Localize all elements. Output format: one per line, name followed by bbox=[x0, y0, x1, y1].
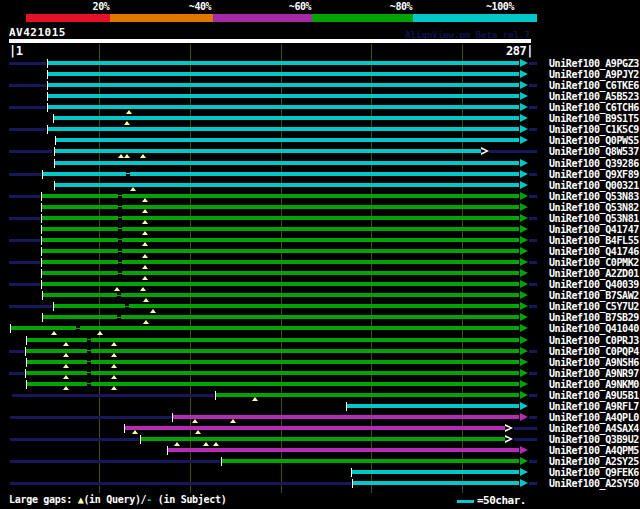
subject-overhang-left bbox=[9, 239, 40, 242]
row-label[interactable]: UniRef100_A4SAX4 bbox=[549, 423, 639, 434]
alignment-bar[interactable] bbox=[11, 326, 519, 330]
alignment-bar[interactable] bbox=[42, 260, 519, 264]
alignment-bar[interactable] bbox=[48, 105, 519, 109]
alignment-bar[interactable] bbox=[173, 415, 519, 419]
alignment-arrowhead bbox=[520, 236, 528, 244]
row-label[interactable]: UniRef100_A5B523 bbox=[549, 91, 639, 102]
gap-legend-prefix: Large gaps: bbox=[9, 494, 78, 505]
row-label[interactable]: UniRef100_A2SY50 bbox=[549, 478, 639, 489]
alignment-bar[interactable] bbox=[27, 360, 519, 364]
alignment-bar[interactable] bbox=[48, 94, 519, 98]
alignment-bar[interactable] bbox=[43, 315, 519, 319]
row-label[interactable]: UniRef100_Q53N82 bbox=[549, 202, 639, 213]
row-label[interactable]: UniRef100_Q41747 bbox=[549, 224, 639, 235]
alignment-arrowhead bbox=[520, 302, 528, 310]
row-label[interactable]: UniRef100_A9U5B1 bbox=[549, 390, 639, 401]
alignment-arrowhead bbox=[520, 457, 528, 465]
row-label[interactable]: UniRef100_A9NSH6 bbox=[549, 357, 639, 368]
alignment-bar[interactable] bbox=[141, 437, 505, 441]
alignment-bar[interactable] bbox=[43, 293, 519, 297]
alignment-bar[interactable] bbox=[27, 338, 519, 342]
alignment-bar[interactable] bbox=[168, 448, 519, 452]
row-label[interactable]: UniRef100_Q0PWS5 bbox=[549, 135, 639, 146]
alignment-bar[interactable] bbox=[27, 382, 519, 386]
row-label[interactable]: UniRef100_A9RFL7 bbox=[549, 401, 639, 412]
subject-overhang-left bbox=[10, 416, 171, 419]
gap-legend: Large gaps: ▲(in Query)/- (in Subject) bbox=[9, 494, 226, 505]
row-label[interactable]: UniRef100_A2SY25 bbox=[549, 456, 639, 467]
alignment-bar[interactable] bbox=[54, 116, 519, 120]
alignment-bar[interactable] bbox=[48, 127, 519, 131]
row-label[interactable]: UniRef100_C0PQP4 bbox=[549, 346, 639, 357]
alignment-bar[interactable] bbox=[42, 216, 519, 220]
alignment-bar[interactable] bbox=[42, 282, 519, 286]
row-label[interactable]: UniRef100_A9NR97 bbox=[549, 368, 639, 379]
alignment-bar[interactable] bbox=[56, 138, 519, 142]
row-label[interactable]: UniRef100_Q40039 bbox=[549, 279, 639, 290]
alignment-bar[interactable] bbox=[55, 161, 519, 165]
subject-overhang-left bbox=[9, 106, 46, 109]
subject-overhang-right bbox=[529, 62, 537, 65]
gap-legend-mid: (in Query)/ bbox=[83, 494, 146, 505]
row-label[interactable]: UniRef100_B4FL55 bbox=[549, 235, 639, 246]
alignment-bar[interactable] bbox=[42, 271, 519, 275]
alignment-bar[interactable] bbox=[42, 227, 519, 231]
alignment-row: UniRef100_C0PQP4 bbox=[0, 346, 640, 357]
alignment-bar[interactable] bbox=[48, 72, 519, 76]
alignment-bar[interactable] bbox=[222, 459, 519, 463]
row-label[interactable]: UniRef100_C6TCH6 bbox=[549, 102, 639, 113]
row-label[interactable]: UniRef100_A9PJY2 bbox=[549, 69, 639, 80]
row-label[interactable]: UniRef100_Q53N81 bbox=[549, 213, 639, 224]
row-label[interactable]: UniRef100_C0PMK2 bbox=[549, 257, 639, 268]
alignment-arrowhead bbox=[520, 103, 528, 111]
alignment-bar[interactable] bbox=[352, 470, 519, 474]
alignment-arrowhead bbox=[520, 358, 528, 366]
alignment-bar[interactable] bbox=[55, 149, 481, 153]
row-label[interactable]: UniRef100_Q9XF89 bbox=[549, 169, 639, 180]
row-label[interactable]: UniRef100_C0PRJ3 bbox=[549, 335, 639, 346]
alignment-arrowhead bbox=[520, 170, 528, 178]
row-label[interactable]: UniRef100_Q3B9U2 bbox=[549, 434, 639, 445]
row-label[interactable]: UniRef100_C1K5C9 bbox=[549, 124, 639, 135]
row-label[interactable]: UniRef100_A9PGZ3 bbox=[549, 58, 639, 69]
subject-gap-dash bbox=[117, 293, 121, 297]
row-label[interactable]: UniRef100_Q41746 bbox=[549, 246, 639, 257]
row-label[interactable]: UniRef100_Q9FEK6 bbox=[549, 467, 639, 478]
alignment-arrowhead bbox=[520, 468, 528, 476]
row-label[interactable]: UniRef100_B7SAW2 bbox=[549, 290, 639, 301]
alignment-bar[interactable] bbox=[125, 426, 505, 430]
alignment-arrowhead bbox=[520, 59, 528, 67]
alignment-bar[interactable] bbox=[48, 61, 519, 65]
alignment-bar[interactable] bbox=[347, 404, 519, 408]
alignment-bar[interactable] bbox=[48, 83, 519, 87]
row-label[interactable]: UniRef100_C6TKE6 bbox=[549, 80, 639, 91]
row-label[interactable]: UniRef100_Q39286 bbox=[549, 158, 639, 169]
row-label[interactable]: UniRef100_A4QPL0 bbox=[549, 412, 639, 423]
row-label[interactable]: UniRef100_C5Y7U2 bbox=[549, 301, 639, 312]
row-label[interactable]: UniRef100_A2ZD01 bbox=[549, 268, 639, 279]
row-label[interactable]: UniRef100_A4QPM5 bbox=[549, 445, 639, 456]
alignment-bar[interactable] bbox=[42, 205, 519, 209]
row-label[interactable]: UniRef100_Q53N83 bbox=[549, 191, 639, 202]
row-label[interactable]: UniRef100_Q41040 bbox=[549, 323, 639, 334]
row-label[interactable]: UniRef100_B7SB29 bbox=[549, 312, 639, 323]
alignment-bar[interactable] bbox=[216, 393, 519, 397]
row-label[interactable]: UniRef100_Q8W537 bbox=[549, 146, 639, 157]
alignment-bar[interactable] bbox=[42, 249, 519, 253]
alignment-arrowhead bbox=[520, 214, 528, 222]
alignment-bar[interactable] bbox=[26, 371, 519, 375]
alignment-bar[interactable] bbox=[353, 481, 519, 485]
alignment-row: UniRef100_Q41746 bbox=[0, 246, 640, 257]
alignment-bar[interactable] bbox=[43, 172, 519, 176]
alignment-row: UniRef100_Q53N82 bbox=[0, 202, 640, 213]
alignment-row: UniRef100_Q39286 bbox=[0, 158, 640, 169]
row-label[interactable]: UniRef100_B9S1T5 bbox=[549, 113, 639, 124]
row-label[interactable]: UniRef100_A9NKM0 bbox=[549, 379, 639, 390]
subject-overhang-right bbox=[529, 372, 537, 375]
alignment-bar[interactable] bbox=[42, 238, 519, 242]
alignment-bar[interactable] bbox=[54, 304, 519, 308]
alignment-bar[interactable] bbox=[26, 349, 519, 353]
alignment-bar[interactable] bbox=[42, 194, 519, 198]
row-label[interactable]: UniRef100_Q00321 bbox=[549, 180, 639, 191]
alignment-bar[interactable] bbox=[55, 183, 519, 187]
